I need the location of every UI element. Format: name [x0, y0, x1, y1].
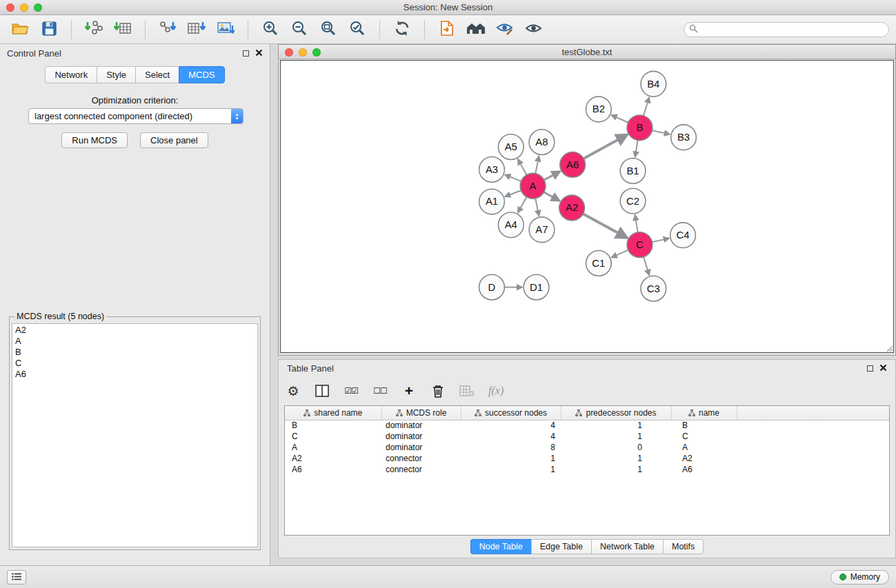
- zoom-selected-button[interactable]: [344, 18, 370, 41]
- task-history-button[interactable]: [7, 570, 26, 585]
- memory-button[interactable]: Memory: [830, 570, 889, 585]
- network-edge-A-A3[interactable]: [505, 174, 521, 181]
- tab-motifs[interactable]: Motifs: [663, 539, 704, 554]
- import-file-button[interactable]: [434, 18, 460, 41]
- zoom-out-button[interactable]: [286, 18, 312, 41]
- network-edge-B-B4[interactable]: [644, 97, 649, 116]
- table-row[interactable]: A6connector11A6: [285, 464, 889, 475]
- minimize-network-window-button[interactable]: [299, 48, 307, 57]
- export-table-button[interactable]: [183, 18, 210, 41]
- network-node-B3[interactable]: B3: [671, 125, 697, 150]
- import-table-button[interactable]: [110, 18, 136, 41]
- list-item[interactable]: A6: [15, 369, 255, 380]
- tab-mcds[interactable]: MCDS: [179, 66, 224, 83]
- network-node-D[interactable]: D: [479, 274, 505, 300]
- network-node-C2[interactable]: C2: [620, 188, 646, 214]
- tab-network[interactable]: Network: [45, 66, 97, 83]
- open-session-button[interactable]: [7, 18, 33, 41]
- network-node-C1[interactable]: C1: [586, 251, 612, 276]
- tab-network-table[interactable]: Network Table: [591, 539, 663, 554]
- network-node-A5[interactable]: A5: [498, 134, 524, 160]
- zoom-fit-button[interactable]: [315, 18, 341, 41]
- list-item[interactable]: C: [15, 358, 255, 369]
- save-session-button[interactable]: [36, 18, 62, 41]
- network-analyzer-button[interactable]: [463, 18, 489, 41]
- close-table-panel-icon[interactable]: [879, 364, 887, 372]
- table-settings-gear-icon[interactable]: ⚙: [286, 383, 301, 399]
- export-network-button[interactable]: [155, 18, 181, 41]
- toolbar-search[interactable]: [684, 22, 889, 37]
- network-node-D1[interactable]: D1: [524, 274, 549, 300]
- network-edge-C-C1[interactable]: [611, 250, 628, 258]
- network-node-C4[interactable]: C4: [670, 223, 696, 248]
- resize-handle[interactable]: [885, 344, 893, 352]
- search-input[interactable]: [701, 25, 884, 34]
- annotate-view-button[interactable]: [492, 18, 518, 41]
- float-panel-icon[interactable]: [243, 50, 249, 57]
- table-row[interactable]: Bdominator41B: [285, 420, 889, 431]
- deselect-all-icon[interactable]: ☐☐: [372, 383, 388, 399]
- close-panel-button[interactable]: Close panel: [140, 132, 208, 148]
- network-edge-A-A2[interactable]: [544, 192, 560, 201]
- column-header-predecessor-nodes[interactable]: predecessor nodes: [561, 406, 671, 420]
- network-edge-A6-B[interactable]: [584, 134, 627, 159]
- maximize-network-window-button[interactable]: [312, 48, 321, 57]
- network-edge-A-A6[interactable]: [544, 172, 560, 181]
- column-header-mcds-role[interactable]: MCDS role: [381, 406, 461, 420]
- network-edge-B-B3[interactable]: [652, 130, 670, 134]
- network-node-A3[interactable]: A3: [479, 157, 505, 183]
- network-node-C3[interactable]: C3: [641, 276, 666, 301]
- close-window-button[interactable]: [6, 3, 14, 12]
- trash-icon[interactable]: [430, 383, 446, 399]
- column-header-name[interactable]: name: [671, 406, 737, 420]
- network-node-A4[interactable]: A4: [498, 212, 524, 238]
- network-edge-C-C2[interactable]: [635, 215, 638, 232]
- float-table-panel-icon[interactable]: [867, 365, 873, 372]
- network-node-A2[interactable]: A2: [559, 195, 585, 221]
- tab-edge-table[interactable]: Edge Table: [531, 539, 591, 554]
- show-hide-details-button[interactable]: [521, 18, 547, 41]
- network-edge-A-A4[interactable]: [518, 197, 527, 213]
- list-item[interactable]: A: [15, 336, 255, 347]
- network-edge-A-A5[interactable]: [518, 159, 527, 175]
- close-network-window-button[interactable]: [285, 48, 293, 57]
- network-node-A8[interactable]: A8: [529, 130, 555, 155]
- close-panel-icon[interactable]: [255, 49, 263, 57]
- list-item[interactable]: A2: [15, 325, 255, 336]
- network-node-A7[interactable]: A7: [529, 217, 555, 243]
- tab-style[interactable]: Style: [97, 66, 135, 83]
- network-node-A6[interactable]: A6: [560, 152, 586, 178]
- network-edge-B-B1[interactable]: [635, 140, 638, 156]
- column-layout-icon[interactable]: [315, 383, 330, 399]
- zoom-in-button[interactable]: [257, 18, 283, 41]
- table-row[interactable]: A2connector11A2: [285, 453, 889, 464]
- network-edge-A-A8[interactable]: [535, 156, 539, 174]
- network-node-B1[interactable]: B1: [620, 158, 646, 183]
- add-column-icon[interactable]: +: [401, 383, 417, 399]
- table-row[interactable]: Adominator80A: [285, 442, 889, 453]
- network-node-C[interactable]: C: [627, 232, 653, 258]
- mcds-result-list[interactable]: A2ABCA6: [12, 323, 258, 547]
- network-edge-A-A7[interactable]: [535, 199, 539, 216]
- network-edge-A-A1[interactable]: [505, 190, 521, 196]
- network-node-A[interactable]: A: [520, 173, 546, 199]
- network-node-A1[interactable]: A1: [479, 189, 505, 214]
- column-header-shared-name[interactable]: shared name: [285, 406, 381, 420]
- network-edge-C-C4[interactable]: [652, 239, 669, 243]
- network-edge-A2-C[interactable]: [583, 214, 627, 238]
- minimize-window-button[interactable]: [20, 3, 28, 12]
- list-item[interactable]: B: [15, 347, 255, 358]
- network-node-B4[interactable]: B4: [641, 71, 666, 97]
- run-mcds-button[interactable]: Run MCDS: [61, 132, 128, 148]
- criterion-dropdown[interactable]: largest connected component (directed) ▲…: [28, 108, 243, 124]
- export-image-button[interactable]: [212, 18, 239, 41]
- tab-select[interactable]: Select: [135, 66, 179, 83]
- apply-layout-button[interactable]: [389, 18, 415, 41]
- network-edge-B-B2[interactable]: [611, 115, 628, 123]
- network-canvas[interactable]: B4B2BB3A5A8A6B1A3AC2A1A2A4A7C4CC1C3DD1: [280, 60, 894, 353]
- network-node-B2[interactable]: B2: [586, 97, 612, 122]
- node-table-container[interactable]: shared name MCDS role successor nodes pr…: [284, 405, 890, 536]
- maximize-window-button[interactable]: [34, 3, 42, 12]
- network-edge-C-C3[interactable]: [644, 257, 649, 276]
- network-node-B[interactable]: B: [627, 115, 653, 141]
